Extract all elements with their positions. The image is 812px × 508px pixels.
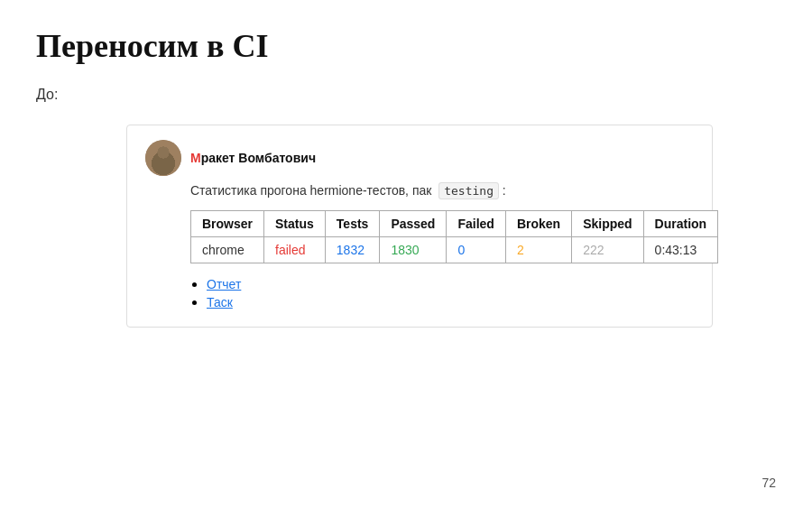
avatar bbox=[145, 140, 181, 176]
table-header-row: Browser Status Tests Passed Failed Broke… bbox=[191, 211, 718, 237]
avatar-image bbox=[145, 140, 181, 176]
col-passed: Passed bbox=[380, 211, 447, 237]
cell-passed: 1830 bbox=[380, 237, 447, 263]
table-container: Browser Status Tests Passed Failed Broke… bbox=[190, 210, 694, 263]
col-tests: Tests bbox=[325, 211, 380, 237]
col-broken: Broken bbox=[505, 211, 571, 237]
code-inline: testing bbox=[438, 182, 499, 199]
stats-table: Browser Status Tests Passed Failed Broke… bbox=[190, 210, 718, 263]
chat-header: Мракет Вомбатович bbox=[145, 140, 694, 176]
link-task[interactable]: Таск bbox=[207, 295, 233, 309]
message-text: Статистика прогона hermione-тестов, пак … bbox=[190, 183, 694, 198]
subtitle-label: До: bbox=[36, 87, 776, 103]
cell-failed: 0 bbox=[447, 237, 505, 263]
sender-name-rest: ракет Вомбатович bbox=[201, 151, 316, 165]
col-skipped: Skipped bbox=[572, 211, 643, 237]
table-head: Browser Status Tests Passed Failed Broke… bbox=[191, 211, 718, 237]
col-browser: Browser bbox=[191, 211, 264, 237]
table-row: chrome failed 1832 1830 0 2 222 0:43:13 bbox=[191, 237, 718, 263]
cell-browser: chrome bbox=[191, 237, 264, 263]
list-item: Отчет bbox=[207, 276, 694, 292]
message-after-code: : bbox=[503, 183, 506, 198]
sender-prefix: М bbox=[190, 151, 201, 165]
cell-tests: 1832 bbox=[325, 237, 380, 263]
sender-name: Мракет Вомбатович bbox=[190, 151, 316, 165]
table-body: chrome failed 1832 1830 0 2 222 0:43:13 bbox=[191, 237, 718, 263]
cell-skipped: 222 bbox=[572, 237, 643, 263]
link-otchet[interactable]: Отчет bbox=[207, 277, 241, 291]
col-failed: Failed bbox=[447, 211, 505, 237]
col-duration: Duration bbox=[643, 211, 718, 237]
page: Переносим в CI До: Мракет Вомбатович Ста… bbox=[0, 0, 812, 508]
chat-card: Мракет Вомбатович Статистика прогона her… bbox=[126, 125, 713, 328]
message-before-code: Статистика прогона hermione-тестов, пак bbox=[190, 183, 431, 198]
list-item: Таск bbox=[207, 294, 694, 310]
cell-broken: 2 bbox=[505, 237, 571, 263]
links-list: Отчет Таск bbox=[190, 276, 694, 310]
cell-status: failed bbox=[264, 237, 326, 263]
col-status: Status bbox=[264, 211, 326, 237]
page-number: 72 bbox=[761, 476, 776, 490]
cell-duration: 0:43:13 bbox=[643, 237, 718, 263]
page-title: Переносим в CI bbox=[36, 27, 776, 65]
